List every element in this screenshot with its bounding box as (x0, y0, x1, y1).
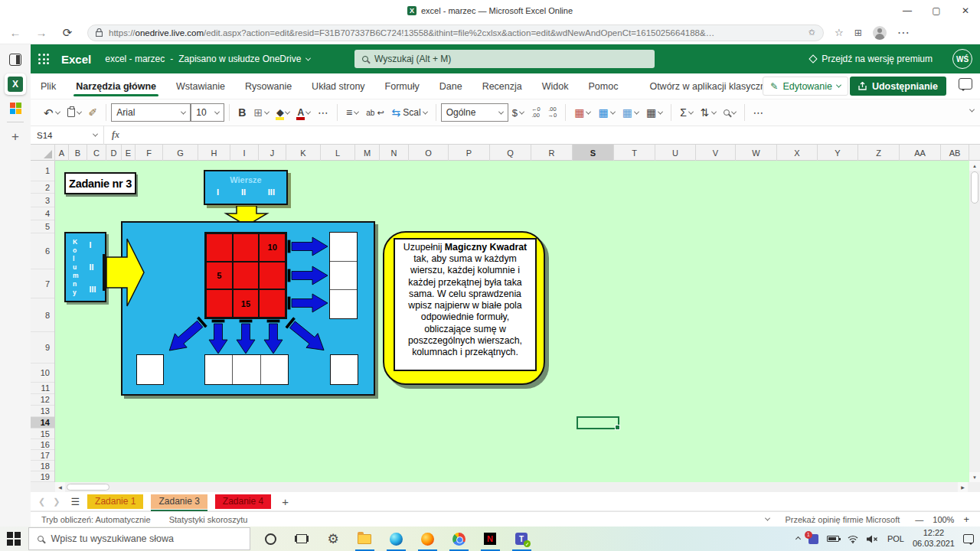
column-header-B[interactable]: B (69, 145, 87, 161)
ribbon-tab-formuły[interactable]: Formuły (375, 73, 430, 99)
horizontal-scrollbar[interactable]: ◀ ▶ (31, 482, 980, 492)
column-header-U[interactable]: U (655, 145, 696, 161)
editing-mode-dropdown[interactable]: ✎ Edytowanie (763, 77, 848, 96)
sheet-tab-zadanie-1[interactable]: Zadanie 1 (87, 494, 143, 509)
column-header-A[interactable]: A (55, 145, 69, 161)
currency-format-button[interactable]: $ (508, 103, 528, 122)
volume-muted-icon[interactable] (867, 535, 879, 543)
start-button[interactable] (7, 532, 21, 546)
netflix-button[interactable]: N (475, 527, 506, 551)
row-header-11[interactable]: 11 (31, 383, 54, 394)
diagonal-sum-cell[interactable] (136, 354, 164, 385)
row-header-6[interactable]: 6 (31, 233, 54, 269)
ribbon-tab-rysowanie[interactable]: Rysowanie (235, 73, 302, 99)
maximize-button[interactable]: ▢ (922, 0, 951, 21)
column-header-T[interactable]: T (614, 145, 655, 161)
more-font-options-button[interactable]: ⋯ (314, 103, 332, 122)
fx-icon[interactable]: fx (112, 129, 119, 141)
sheet-area[interactable]: Zadanie nr 3 Wiersze I II III Kolumny I … (55, 161, 969, 482)
sheet-nav-back-icon[interactable]: ❮ (38, 497, 45, 507)
formula-input[interactable] (127, 126, 980, 144)
row-header-15[interactable]: 15 (31, 429, 54, 439)
row-header-2[interactable]: 2 (31, 181, 54, 194)
sheet-tab-zadanie-3[interactable]: Zadanie 3 (151, 494, 207, 509)
rail-add-icon[interactable]: + (11, 130, 19, 143)
ribbon-tab-recenzja[interactable]: Recenzja (472, 73, 532, 99)
premium-upgrade-link[interactable]: Przejdź na wersję premium (810, 44, 933, 73)
bold-button[interactable]: B (234, 103, 250, 122)
ribbon-tab-pomoc[interactable]: Pomoc (579, 73, 629, 99)
row-header-9[interactable]: 9 (31, 332, 54, 364)
document-title[interactable]: excel - marzec (105, 54, 165, 64)
zoom-in-icon[interactable]: + (963, 514, 969, 525)
column-header-C[interactable]: C (87, 145, 106, 161)
back-button[interactable]: ← (5, 24, 26, 42)
horizontal-scroll-thumb[interactable] (67, 484, 109, 491)
sum-cell[interactable] (261, 355, 288, 384)
column-header-P[interactable]: P (449, 145, 490, 161)
toolbar-overflow-button[interactable]: ⋯ (750, 103, 768, 122)
feedback-link[interactable]: Przekaż opinię firmie Microsoft (785, 515, 900, 524)
collections-icon[interactable]: ⊞ (854, 28, 862, 38)
edge-button[interactable] (381, 527, 412, 551)
clock[interactable]: 12:22 06.03.2021 (913, 528, 955, 549)
task-view-button[interactable] (286, 527, 318, 551)
merge-cells-button[interactable]: ⇆Scal (388, 103, 431, 122)
borders-button[interactable]: ⊞ (250, 103, 273, 122)
decrease-decimal-button[interactable]: .00→0 (544, 103, 561, 122)
row-header-7[interactable]: 7 (31, 269, 54, 298)
language-indicator[interactable]: POL (887, 534, 904, 543)
ribbon-tab-wstawianie[interactable]: Wstawianie (166, 73, 235, 99)
column-header-K[interactable]: K (286, 145, 321, 161)
find-button[interactable] (720, 103, 740, 122)
chrome-button[interactable] (443, 527, 475, 551)
row-header-14[interactable]: 14 (31, 417, 54, 429)
row-header-10[interactable]: 10 (31, 364, 54, 383)
action-center-icon[interactable] (963, 534, 974, 543)
format-as-table-button[interactable]: ▦ (594, 103, 618, 122)
column-header-I[interactable]: I (230, 145, 259, 161)
paste-button[interactable] (64, 103, 85, 122)
alignment-button[interactable]: ≡ (342, 103, 362, 122)
fill-color-button[interactable]: ◆ (273, 103, 293, 122)
scroll-left-icon[interactable]: ◀ (55, 482, 65, 492)
vertical-scrollbar[interactable]: ▲ ▼ (969, 161, 980, 482)
column-header-O[interactable]: O (409, 145, 449, 161)
scroll-up-icon[interactable]: ▲ (969, 161, 980, 171)
conditional-formatting-button[interactable]: ▦ (570, 103, 594, 122)
font-size-combo[interactable]: 10 (191, 103, 224, 122)
address-bar[interactable]: https://onedrive.live.com/edit.aspx?acti… (87, 24, 824, 41)
add-sheet-button[interactable]: + (282, 495, 289, 508)
share-button[interactable]: Udostępnianie (850, 77, 946, 96)
tray-expand-icon[interactable] (795, 536, 801, 541)
file-explorer-button[interactable] (349, 527, 381, 551)
diagonal-sum-cell[interactable] (330, 354, 358, 385)
column-header-G[interactable]: G (163, 145, 198, 161)
battery-icon[interactable] (827, 536, 839, 542)
autosum-button[interactable]: Σ (676, 103, 697, 122)
column-header-Y[interactable]: Y (818, 145, 858, 161)
scroll-right-icon[interactable]: ▶ (958, 482, 968, 492)
app-name[interactable]: Excel (61, 53, 91, 66)
column-header-AA[interactable]: AA (900, 145, 941, 161)
row-header-19[interactable]: 19 (31, 471, 54, 482)
account-avatar[interactable]: WŚ (952, 49, 972, 69)
ribbon-tab-narzędzia-główne[interactable]: Narzędzia główne (66, 73, 166, 99)
row-header-4[interactable]: 4 (31, 207, 54, 220)
browser-profile-avatar[interactable] (873, 26, 887, 40)
column-header-J[interactable]: J (259, 145, 286, 161)
saved-status-chevron-icon[interactable] (305, 55, 311, 60)
cortana-button[interactable] (255, 527, 286, 551)
column-header-H[interactable]: H (198, 145, 230, 161)
app-launcher-icon[interactable] (38, 54, 49, 64)
status-options-chevron[interactable] (765, 516, 770, 521)
column-header-Q[interactable]: Q (490, 145, 531, 161)
row-header-1[interactable]: 1 (31, 161, 54, 181)
vertical-scroll-thumb[interactable] (971, 171, 978, 204)
select-all-corner[interactable] (31, 145, 55, 161)
calculation-mode[interactable]: Tryb obliczeń: Automatycznie (41, 515, 151, 524)
font-name-combo[interactable]: Arial (111, 103, 191, 122)
row-header-3[interactable]: 3 (31, 194, 54, 207)
row-header-12[interactable]: 12 (31, 394, 54, 406)
taskbar-search-box[interactable]: Wpisz tu wyszukiwane słowa (28, 527, 250, 550)
